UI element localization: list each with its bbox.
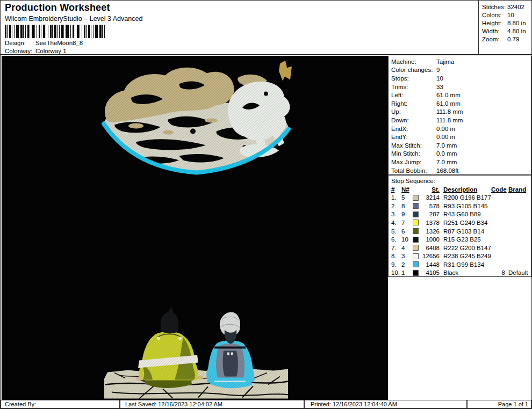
info-color-changes: Color changes:9	[389, 66, 531, 75]
header-info-panel: Production Worksheet Wilcom EmbroiderySt…	[1, 1, 479, 55]
thread-color-swatch	[413, 195, 419, 201]
design-label: Design:	[5, 40, 35, 46]
stop-sequence-panel: Stop Sequence: # N# St. Description Code…	[388, 175, 531, 277]
production-worksheet-page: Production Worksheet Wilcom EmbroiderySt…	[0, 0, 532, 409]
page-title: Production Worksheet	[5, 2, 110, 13]
thread-color-swatch	[413, 203, 419, 209]
info-endy: EndY:0.00 in	[389, 133, 531, 141]
thread-color-swatch	[413, 270, 419, 276]
stop-row: 6.101000R15 G23 B25	[391, 235, 529, 244]
stop-sequence-title: Stop Sequence:	[391, 177, 529, 185]
app-subtitle: Wilcom EmbroideryStudio – Level 3 Advanc…	[5, 15, 142, 23]
stop-sequence-header: # N# St. Description Code Brand	[391, 185, 529, 194]
design-value: SeeTheMoon8_8	[35, 40, 83, 46]
stop-row: 7.46408R222 G200 B147	[391, 244, 529, 252]
thread-color-swatch	[413, 228, 419, 234]
info-min-stitch: Min Stitch:0.0 mm	[389, 150, 531, 158]
stat-height: Height: 8.80 in	[479, 19, 531, 27]
figure-right	[101, 301, 292, 399]
info-right: Right:61.0 mm	[389, 99, 531, 108]
info-total-bobbin: Total Bobbin:168.08ft	[389, 166, 531, 175]
info-max-jump: Max Jump:7.0 mm	[389, 158, 531, 166]
footer-page-number: Page 1 of 1	[467, 400, 531, 408]
stats-panel: Stitches: 32402 Colors: 10 Height: 8.80 …	[479, 1, 531, 55]
colorway-value: Colorway 1	[35, 48, 67, 54]
stat-colors: Colors: 10	[479, 11, 531, 19]
stop-row: 4.71378R251 G249 B34	[391, 218, 529, 227]
stat-stitches: Stitches: 32402	[479, 3, 531, 11]
thread-color-swatch	[413, 253, 419, 259]
stat-zoom: Zoom: 0.79	[479, 35, 531, 43]
bottom-stitch-texture	[101, 301, 292, 399]
stop-row: 2.8578R93 G105 B145	[391, 202, 529, 210]
barcode	[5, 25, 105, 38]
thread-color-swatch	[413, 261, 419, 267]
footer-created-by: Created By:	[1, 400, 120, 408]
embroidery-design-svg	[2, 56, 388, 400]
moon-artwork	[101, 60, 292, 178]
stop-row: 9.21448R31 G99 B134	[391, 260, 529, 269]
design-preview-area	[2, 56, 388, 400]
colorway-label: Colorway:	[5, 48, 35, 54]
stop-row: 5.61326R87 G103 B14	[391, 227, 529, 236]
thread-color-swatch	[413, 220, 419, 225]
thread-color-swatch	[413, 211, 419, 217]
thread-color-swatch	[413, 245, 419, 251]
design-row: Design: SeeTheMoon8_8	[5, 40, 83, 46]
info-stops: Stops:10	[389, 74, 531, 83]
moon-stitch-texture	[101, 60, 292, 178]
footer-printed: Printed: 12/16/2023 12:04:40 AM	[304, 400, 467, 408]
stop-row: 10.14105Black8Default	[391, 268, 529, 277]
stat-width: Width: 4.80 in	[479, 27, 531, 35]
machine-info-panel: Machine:Tajima Color changes:9 Stops:10 …	[388, 56, 531, 175]
stop-row: 1.53214R200 G196 B177	[391, 194, 529, 202]
thread-color-swatch	[413, 237, 419, 243]
stop-row: 8.312656R238 G245 B249	[391, 252, 529, 260]
stop-row: 3.9287R43 G60 B89	[391, 210, 529, 219]
colorway-row: Colorway: Colorway 1	[5, 48, 67, 54]
info-down: Down:111.8 mm	[389, 116, 531, 125]
info-max-stitch: Max Stitch:7.0 mm	[389, 141, 531, 150]
info-left: Left:61.0 mm	[389, 91, 531, 99]
info-endx: EndX:0.00 in	[389, 125, 531, 133]
footer-last-saved: Last Saved: 12/16/2023 12:04:02 AM	[120, 400, 304, 408]
info-trims: Trims:33	[389, 83, 531, 91]
info-machine: Machine:Tajima	[389, 57, 531, 66]
info-up: Up:111.8 mm	[389, 108, 531, 116]
